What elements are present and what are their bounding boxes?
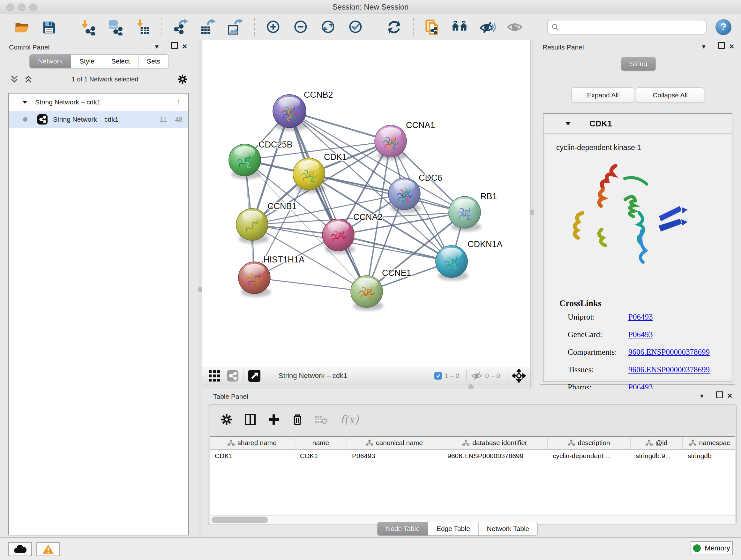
tab-sets[interactable]: Sets [138, 55, 169, 68]
network-list-icon[interactable] [226, 370, 239, 382]
column-header--id[interactable]: @id [630, 437, 683, 449]
table-cell[interactable]: cyclin-dependent ... [548, 449, 630, 462]
show-columns-icon[interactable] [242, 412, 258, 428]
expand-all-button[interactable]: Expand All [571, 87, 634, 103]
table-panel-float-icon[interactable] [716, 391, 723, 398]
column-header-canonical-name[interactable]: canonical name [347, 437, 442, 449]
crosslink-link[interactable]: 9606.ENSP00000378699 [628, 365, 710, 374]
warning-icon [43, 544, 54, 554]
cloud-icon [14, 544, 26, 554]
network-node-CDC25B[interactable] [229, 144, 262, 179]
export-image-icon[interactable] [226, 18, 245, 37]
open-session-icon[interactable] [12, 18, 30, 37]
hidden-eye-icon[interactable] [471, 371, 482, 381]
gear-icon[interactable] [177, 73, 188, 85]
network-view[interactable]: CCNB2CCNA1CDC25BCDK1CDC6RB1CCNB1CCNA2CDK… [202, 40, 530, 384]
memory-button[interactable]: Memory [690, 541, 733, 555]
tab-string[interactable]: String [621, 57, 656, 71]
export-network-icon[interactable] [171, 18, 190, 37]
tab-style[interactable]: Style [71, 55, 103, 68]
crosslink-link[interactable]: P06493 [628, 313, 653, 321]
column-header-database-identifier[interactable]: database identifier [442, 437, 548, 449]
table-cell[interactable]: stringdb:9... [630, 449, 683, 462]
save-session-icon[interactable] [40, 18, 58, 37]
column-header-namespac[interactable]: namespac [683, 437, 735, 449]
network-node-CCNB1[interactable] [236, 208, 269, 244]
network-selection-bar: 1 of 1 Network selected [10, 73, 188, 85]
table-panel-collapse-icon[interactable]: ▾ [700, 392, 704, 400]
control-panel-close-icon[interactable]: ✕ [182, 43, 188, 51]
network-canvas[interactable]: CCNB2CCNA1CDC25BCDK1CDC6RB1CCNB1CCNA2CDK… [202, 40, 530, 367]
table-row[interactable]: CDK1CDK1P064939606.ENSP00000378699cyclin… [210, 449, 735, 462]
column-header-description[interactable]: description [548, 437, 630, 449]
import-network-database-icon[interactable] [105, 18, 124, 37]
table-cell[interactable]: CDK1 [210, 449, 295, 462]
table-cell[interactable]: CDK1 [295, 449, 347, 462]
selected-checkbox-icon[interactable] [434, 372, 442, 380]
add-column-icon[interactable] [266, 412, 282, 428]
column-header-name[interactable]: name [295, 437, 347, 449]
tab-node-table[interactable]: Node Table [378, 522, 428, 536]
table-cell[interactable]: stringdb [683, 449, 735, 462]
tab-edge-table[interactable]: Edge Table [428, 522, 479, 536]
network-node-CCNE1[interactable] [351, 275, 384, 311]
results-panel-close-icon[interactable]: ✕ [729, 43, 735, 51]
delete-column-icon[interactable] [289, 412, 306, 428]
gene-section-header[interactable]: CDK1 [543, 114, 732, 134]
delete-table-icon[interactable] [313, 412, 329, 428]
tab-select[interactable]: Select [103, 55, 138, 68]
warning-button[interactable] [37, 542, 60, 556]
collapse-all-button[interactable]: Collapse All [636, 87, 704, 103]
control-panel-collapse-icon[interactable]: ▾ [155, 43, 158, 51]
scrollbar-thumb[interactable] [212, 516, 268, 523]
network-node-RB1[interactable] [449, 196, 482, 232]
results-panel-collapse-icon[interactable]: ▾ [702, 43, 705, 51]
refresh-view-icon[interactable] [385, 18, 403, 37]
home-icon[interactable] [451, 18, 469, 37]
clone-network-icon[interactable] [423, 18, 442, 37]
function-builder-icon[interactable]: f(x) [337, 412, 362, 428]
hide-selected-icon[interactable] [478, 18, 496, 37]
network-node-HIST1H1A[interactable] [239, 262, 271, 297]
crosslink-link[interactable]: 9606.ENSP00000378699 [628, 348, 710, 357]
network-node-CCNB2[interactable] [273, 95, 307, 131]
zoom-fit-icon[interactable] [319, 18, 338, 37]
birds-eye-view-icon[interactable] [248, 369, 261, 382]
crosslink-link[interactable]: P06493 [628, 330, 653, 339]
help-icon[interactable]: ? [716, 19, 731, 35]
zoom-in-icon[interactable] [264, 18, 283, 37]
results-panel-float-icon[interactable] [718, 42, 725, 49]
table-cell[interactable]: 9606.ENSP00000378699 [442, 449, 548, 462]
toolbar-search[interactable] [547, 20, 706, 35]
grid-view-icon[interactable] [207, 369, 221, 382]
export-table-icon[interactable] [199, 18, 217, 37]
network-node-CDC6[interactable] [388, 178, 421, 213]
cloud-button[interactable] [8, 542, 32, 556]
import-network-file-icon[interactable] [78, 18, 96, 37]
table-panel-close-icon[interactable]: ✕ [727, 392, 733, 400]
tab-network[interactable]: Network [30, 55, 71, 68]
import-table-file-icon[interactable] [133, 18, 151, 37]
table-settings-gear-icon[interactable] [219, 412, 234, 428]
zoom-selected-icon[interactable] [347, 18, 365, 37]
network-node-CDK1[interactable] [293, 158, 326, 193]
section-disclosure-icon[interactable] [564, 120, 571, 127]
table-cell[interactable]: P06493 [347, 449, 442, 462]
column-header-shared-name[interactable]: shared name [210, 437, 295, 449]
zoom-out-icon[interactable] [292, 18, 310, 37]
network-collection-row[interactable]: String Network – cdk1 1 [9, 94, 188, 111]
pan-crosshair-icon[interactable] [512, 369, 526, 383]
node-table: shared namenamecanonical namedatabase id… [210, 436, 735, 516]
disclosure-triangle-icon[interactable] [22, 99, 28, 105]
network-node-CCNA1[interactable] [375, 125, 408, 160]
network-node-CDKN1A[interactable] [435, 246, 468, 281]
tab-network-table[interactable]: Network Table [479, 522, 538, 536]
control-panel-float-icon[interactable] [171, 42, 178, 49]
network-row[interactable]: String Network – cdk1 11 48 [9, 111, 188, 128]
network-node-CCNA2[interactable] [322, 219, 355, 254]
search-input[interactable] [562, 23, 702, 31]
show-all-icon[interactable] [506, 18, 524, 37]
node-label-CCNB1: CCNB1 [267, 201, 297, 211]
expand-all-icon[interactable] [23, 74, 33, 84]
collapse-all-icon[interactable] [10, 74, 19, 84]
